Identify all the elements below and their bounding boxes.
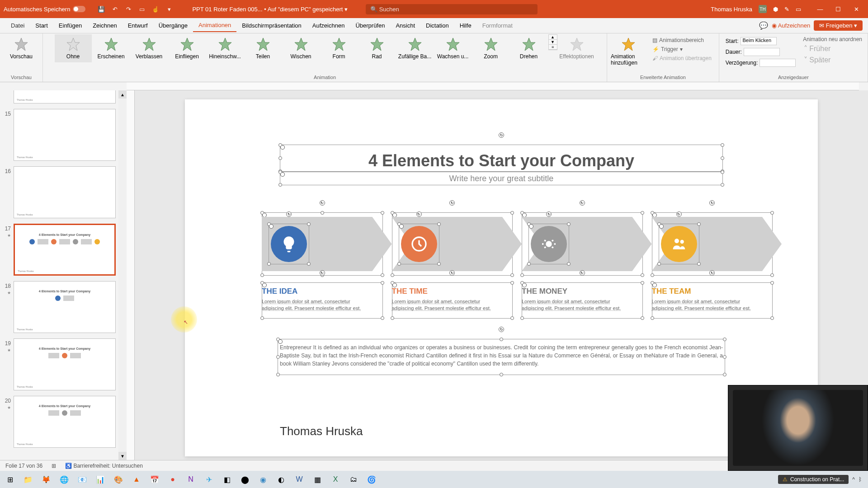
animation-randombars[interactable]: Zufällige Ba... bbox=[396, 34, 434, 62]
notification-toast[interactable]: ⚠ Construction on Prat... bbox=[778, 475, 849, 484]
gallery-down-icon[interactable]: ▼ bbox=[549, 40, 557, 45]
qa-overflow-icon[interactable]: ▾ bbox=[164, 4, 174, 14]
minimize-button[interactable]: — bbox=[812, 3, 828, 15]
thumbnail-17[interactable]: 4 Elements to Start your Company Thomas … bbox=[14, 224, 116, 276]
time-icon[interactable] bbox=[401, 226, 437, 262]
app-icon-1[interactable]: ◧ bbox=[219, 472, 235, 487]
excel-icon[interactable]: X bbox=[327, 472, 344, 487]
animation-swivel[interactable]: Drehen bbox=[510, 34, 547, 62]
rotate-handle-icon[interactable] bbox=[499, 132, 504, 138]
thumbnail-scrollbar[interactable]: ▲ ▼ bbox=[118, 90, 127, 460]
maximize-button[interactable]: ☐ bbox=[830, 3, 846, 15]
duration-input[interactable] bbox=[744, 48, 780, 56]
tab-design[interactable]: Entwurf bbox=[123, 19, 153, 32]
outlook-icon[interactable]: 📧 bbox=[74, 472, 90, 487]
preview-button[interactable]: Vorschau bbox=[3, 34, 40, 62]
obs-icon[interactable]: ⬤ bbox=[237, 472, 253, 487]
tab-shape-format[interactable]: Formformat bbox=[477, 19, 518, 32]
telegram-icon[interactable]: ✈ bbox=[201, 472, 217, 487]
thumbnail-14[interactable]: Thomas Hruska bbox=[14, 90, 116, 103]
tab-dictation[interactable]: Dictation bbox=[420, 19, 454, 32]
close-button[interactable]: ✕ bbox=[848, 3, 864, 15]
record-icon[interactable]: ◉ bbox=[255, 472, 271, 487]
search-input[interactable]: 🔍 Suchen bbox=[366, 4, 538, 14]
time-body[interactable]: Lorem ipsum dolor sit amet, consectetur … bbox=[392, 298, 491, 312]
tab-view[interactable]: Ansicht bbox=[390, 19, 420, 32]
autosave-switch-icon[interactable] bbox=[73, 6, 85, 12]
tab-file[interactable]: Datei bbox=[5, 19, 30, 32]
animation-appear[interactable]: Erscheinen bbox=[93, 34, 130, 62]
start-button[interactable]: ⊞ bbox=[2, 472, 18, 487]
vlc-icon[interactable]: ▲ bbox=[128, 472, 145, 487]
word-icon[interactable]: W bbox=[291, 472, 307, 487]
edge-icon[interactable]: 🌀 bbox=[363, 472, 380, 487]
thumbnail-18[interactable]: 4 Elements to Start your Company Thomas … bbox=[14, 281, 116, 333]
gallery-scroller[interactable]: ▲ ▼ ≡ bbox=[548, 34, 557, 50]
team-icon[interactable] bbox=[661, 226, 697, 262]
coming-soon-icon[interactable]: ✎ bbox=[784, 6, 789, 13]
gallery-up-icon[interactable]: ▲ bbox=[549, 35, 557, 40]
team-body[interactable]: Lorem ipsum dolor sit amet, consectetur … bbox=[652, 298, 751, 312]
record-button[interactable]: ◉ Aufzeichnen bbox=[772, 22, 810, 29]
idea-body[interactable]: Lorem ipsum dolor sit amet, consectetur … bbox=[262, 298, 361, 312]
delay-input[interactable] bbox=[760, 59, 796, 67]
tray-bluetooth-icon[interactable]: ᛒ bbox=[859, 476, 862, 483]
firefox-icon[interactable]: 🦊 bbox=[38, 472, 54, 487]
money-icon[interactable] bbox=[531, 226, 567, 262]
chrome-icon[interactable]: 🌐 bbox=[56, 472, 72, 487]
tab-draw[interactable]: Zeichnen bbox=[87, 19, 122, 32]
sync-icon[interactable]: ⬢ bbox=[773, 6, 778, 13]
slide-counter[interactable]: Folie 17 von 36 bbox=[5, 463, 42, 469]
tab-review[interactable]: Überprüfen bbox=[350, 19, 390, 32]
animation-split[interactable]: Teilen bbox=[245, 34, 282, 62]
time-title[interactable]: THE TIME bbox=[392, 287, 428, 296]
thumbnail-15[interactable]: Thomas Hruska bbox=[14, 109, 116, 161]
file-explorer-icon[interactable]: 📁 bbox=[20, 472, 36, 487]
share-button[interactable]: ✉ Freigeben ▾ bbox=[814, 20, 863, 31]
app-icon-3[interactable]: ▦ bbox=[309, 472, 326, 487]
idea-icon[interactable] bbox=[271, 226, 307, 262]
money-title[interactable]: THE MONEY bbox=[522, 287, 567, 296]
app-icon-4[interactable]: 🗂 bbox=[345, 472, 362, 487]
slide[interactable]: 4 Elements to Start your Company Write h… bbox=[185, 99, 818, 456]
tab-slideshow[interactable]: Bildschirmpräsentation bbox=[236, 19, 307, 32]
accessibility-status[interactable]: ♿ Barrierefreiheit: Untersuchen bbox=[65, 463, 143, 469]
todoist-icon[interactable]: ● bbox=[165, 472, 181, 487]
redo-icon[interactable]: ↷ bbox=[123, 4, 133, 14]
animation-growturn[interactable]: Wachsen u... bbox=[434, 34, 472, 62]
display-options-icon[interactable]: ▭ bbox=[796, 6, 801, 13]
team-title[interactable]: THE TEAM bbox=[652, 287, 691, 296]
thumbnail-19[interactable]: 4 Elements to Start your Company Thomas … bbox=[14, 338, 116, 390]
tab-transitions[interactable]: Übergänge bbox=[153, 19, 193, 32]
animation-wheel[interactable]: Rad bbox=[359, 34, 396, 62]
animation-fade[interactable]: Verblassen bbox=[131, 34, 168, 62]
trigger-button[interactable]: ⚡ Trigger ▾ bbox=[651, 45, 712, 53]
slide-thumbnail-panel[interactable]: Thomas Hruska 15Thomas Hruska 16Thomas H… bbox=[0, 90, 127, 460]
scroll-up-icon[interactable]: ▲ bbox=[118, 90, 127, 99]
entrepreneur-text[interactable]: Entrepreneur It is defined as an individ… bbox=[280, 343, 723, 368]
comments-icon[interactable]: 💬 bbox=[759, 21, 768, 30]
idea-title[interactable]: THE IDEA bbox=[262, 287, 297, 296]
tray-up-icon[interactable]: ^ bbox=[852, 476, 855, 483]
animation-shape[interactable]: Form bbox=[321, 34, 358, 62]
onenote-icon[interactable]: N bbox=[183, 472, 199, 487]
animation-zoom[interactable]: Zoom bbox=[472, 34, 509, 62]
gallery-more-icon[interactable]: ≡ bbox=[549, 45, 557, 50]
undo-icon[interactable]: ↶ bbox=[110, 4, 120, 14]
slide-title[interactable]: 4 Elements to Start your Company bbox=[368, 151, 634, 170]
animation-floatin[interactable]: Hineinschw... bbox=[207, 34, 244, 62]
tab-home[interactable]: Start bbox=[30, 19, 53, 32]
slide-subtitle[interactable]: Write here your great subtitle bbox=[449, 174, 554, 183]
user-avatar-icon[interactable]: TH bbox=[759, 5, 767, 13]
thumbnail-16[interactable]: Thomas Hruska bbox=[14, 166, 116, 218]
calendar-icon[interactable]: 📅 bbox=[146, 472, 163, 487]
money-body[interactable]: Lorem ipsum dolor sit amet, consectetur … bbox=[522, 298, 621, 312]
save-icon[interactable]: 💾 bbox=[96, 4, 106, 14]
scroll-down-icon[interactable]: ▼ bbox=[118, 452, 127, 460]
start-dropdown[interactable]: Beim Klicken bbox=[741, 37, 777, 45]
tab-help[interactable]: Hilfe bbox=[454, 19, 477, 32]
paint-icon[interactable]: 🎨 bbox=[110, 472, 127, 487]
powerpoint-icon[interactable]: 📊 bbox=[92, 472, 108, 487]
add-animation-button[interactable]: Animation hinzufügen bbox=[610, 34, 647, 69]
animation-flyin[interactable]: Einfliegen bbox=[169, 34, 206, 62]
